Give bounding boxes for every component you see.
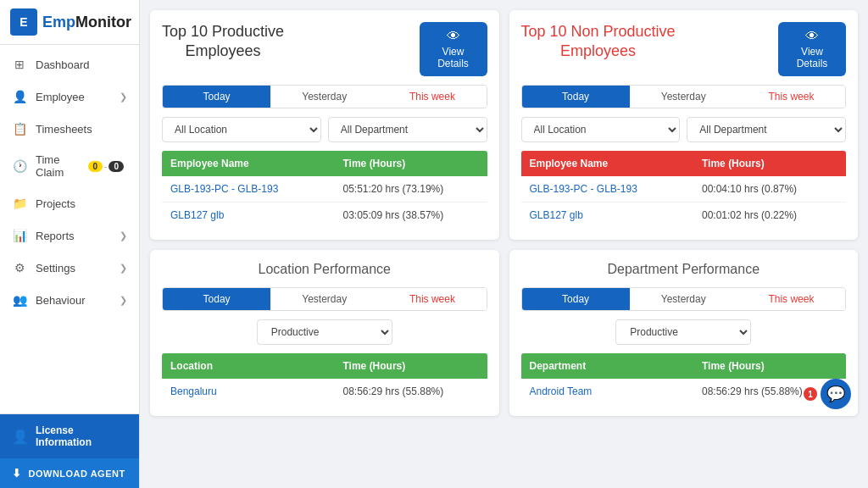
sidebar-bottom: 👤 License Information ⬇ DOWNLOAD AGENT (0, 413, 139, 488)
location-table-header: Location Time (Hours) (162, 353, 487, 379)
card-header: Top 10 Productive Employees 👁 ViewDetail… (162, 22, 487, 76)
employee-time: 00:04:10 hrs (0.87%) (702, 183, 837, 195)
table-row: GLB127 glb 03:05:09 hrs (38.57%) (162, 202, 487, 228)
top-row: Top 10 Productive Employees 👁 ViewDetail… (150, 10, 858, 240)
behaviour-icon: 👥 (12, 292, 27, 308)
tab-thisweek-location[interactable]: This week (378, 288, 486, 310)
eye-icon: 👁 (805, 29, 819, 44)
logo-icon: E (10, 8, 37, 36)
badge-yellow: 0 (88, 161, 103, 172)
download-agent-button[interactable]: ⬇ DOWNLOAD AGENT (0, 458, 139, 488)
non-productive-table-header: Employee Name Time (Hours) (521, 151, 847, 176)
chat-notification: 1 💬 (804, 379, 851, 409)
sidebar-item-reports[interactable]: 📊 Reports ❯ (0, 219, 139, 252)
projects-icon: 📁 (12, 196, 27, 211)
dashboard-icon: ⊞ (12, 57, 27, 72)
license-button[interactable]: 👤 License Information (0, 414, 139, 458)
sidebar-item-employee[interactable]: 👤 Employee ❯ (0, 80, 139, 113)
logo-text: EmpMonitor (42, 14, 131, 31)
tab-yesterday-department[interactable]: Yesterday (630, 288, 737, 310)
employee-name-link[interactable]: GLB127 glb (530, 209, 703, 221)
settings-icon: ⚙ (12, 260, 27, 275)
sidebar-item-label: Dashboard (36, 58, 127, 71)
table-row: Bengaluru 08:56:29 hrs (55.88%) (162, 379, 487, 404)
logo: E EmpMonitor (0, 0, 139, 45)
tab-thisweek-non-productive[interactable]: This week (737, 86, 845, 108)
employee-name-link[interactable]: GLB-193-PC - GLB-193 (170, 183, 343, 195)
timesheets-icon: 📋 (12, 121, 27, 136)
sidebar-item-label: Behaviour (36, 294, 120, 307)
location-performance-card: Location Performance Today Yesterday Thi… (150, 250, 499, 416)
tab-yesterday-productive[interactable]: Yesterday (270, 86, 378, 108)
productive-table-body: GLB-193-PC - GLB-193 05:51:20 hrs (73.19… (162, 176, 487, 228)
productive-filters: All Location All Department (162, 117, 487, 142)
sidebar-item-settings[interactable]: ⚙ Settings ❯ (0, 252, 139, 284)
tab-today-location[interactable]: Today (163, 288, 270, 310)
table-row: GLB-193-PC - GLB-193 05:51:20 hrs (73.19… (162, 176, 487, 202)
notification-badge: 1 (804, 387, 817, 401)
location-performance-title: Location Performance (162, 262, 487, 277)
view-details-productive-button[interactable]: 👁 ViewDetails (420, 22, 487, 76)
table-row: GLB127 glb 00:01:02 hrs (0.22%) (521, 202, 847, 228)
sidebar-item-timesheets[interactable]: 📋 Timesheets (0, 113, 139, 145)
top-non-productive-title: Top 10 Non Productive Employees (521, 22, 676, 62)
department-performance-title: Department Performance (521, 262, 847, 277)
department-performance-card: Department Performance Today Yesterday T… (509, 250, 859, 416)
productive-select-location[interactable]: Productive (257, 319, 392, 345)
sidebar-item-label: Timesheets (36, 123, 127, 136)
license-label: License Information (36, 424, 127, 448)
tab-today-productive[interactable]: Today (163, 86, 270, 108)
productive-table-header: Employee Name Time (Hours) (162, 151, 487, 176)
top-productive-title: Top 10 Productive Employees (162, 22, 284, 62)
tab-yesterday-location[interactable]: Yesterday (270, 288, 378, 310)
department-table-body: Android Team 08:56:29 hrs (55.88%) (521, 379, 847, 404)
view-details-non-productive-button[interactable]: 👁 ViewDetails (778, 22, 846, 76)
employee-icon: 👤 (12, 89, 27, 104)
sidebar-item-label: Time Claim (36, 153, 88, 179)
employee-time: 00:01:02 hrs (0.22%) (702, 209, 837, 221)
chevron-right-icon: ❯ (120, 263, 127, 274)
department-select-productive[interactable]: All Department (328, 117, 487, 142)
sidebar-item-projects[interactable]: 📁 Projects (0, 187, 139, 219)
location-select-productive[interactable]: All Location (162, 117, 321, 142)
tab-today-non-productive[interactable]: Today (522, 86, 630, 108)
top-non-productive-card: Top 10 Non Productive Employees 👁 ViewDe… (509, 10, 859, 240)
non-productive-table-body: GLB-193-PC - GLB-193 00:04:10 hrs (0.87%… (521, 176, 847, 228)
chevron-right-icon: ❯ (120, 92, 127, 103)
download-label: DOWNLOAD AGENT (29, 469, 125, 479)
sidebar-item-label: Projects (36, 197, 127, 210)
chevron-right-icon: ❯ (120, 295, 127, 306)
employee-time: 05:51:20 hrs (73.19%) (343, 183, 479, 195)
non-productive-filters: All Location All Department (521, 117, 847, 142)
tab-thisweek-department[interactable]: This week (737, 288, 845, 310)
sidebar-item-dashboard[interactable]: ⊞ Dashboard (0, 48, 139, 80)
tab-thisweek-productive[interactable]: This week (378, 86, 486, 108)
department-name: Android Team (530, 385, 703, 397)
chevron-right-icon: ❯ (120, 230, 127, 241)
badge-container: 0 - 0 (88, 161, 124, 172)
main-content: Top 10 Productive Employees 👁 ViewDetail… (140, 0, 868, 488)
location-name: Bengaluru (170, 385, 343, 397)
employee-name-link[interactable]: GLB127 glb (170, 209, 343, 221)
sidebar-item-timeclaim[interactable]: 🕐 Time Claim 0 - 0 (0, 145, 139, 187)
chat-button[interactable]: 💬 (821, 379, 851, 409)
bottom-row: Location Performance Today Yesterday Thi… (150, 250, 858, 416)
productive-select-department[interactable]: Productive (615, 319, 751, 345)
non-productive-tabs: Today Yesterday This week (521, 85, 847, 108)
table-row: Android Team 08:56:29 hrs (55.88%) (521, 379, 847, 404)
tab-yesterday-non-productive[interactable]: Yesterday (630, 86, 737, 108)
sidebar-nav: ⊞ Dashboard 👤 Employee ❯ 📋 Timesheets 🕐 … (0, 45, 139, 413)
table-row: GLB-193-PC - GLB-193 00:04:10 hrs (0.87%… (521, 176, 847, 202)
top-productive-card: Top 10 Productive Employees 👁 ViewDetail… (150, 10, 499, 240)
employee-name-link[interactable]: GLB-193-PC - GLB-193 (530, 183, 703, 195)
location-productive-filter: Productive (162, 319, 487, 345)
department-select-non-productive[interactable]: All Department (687, 117, 846, 142)
department-productive-filter: Productive (521, 319, 847, 345)
sidebar-item-behaviour[interactable]: 👥 Behaviour ❯ (0, 284, 139, 316)
sidebar-item-label: Settings (36, 262, 120, 274)
productive-tabs: Today Yesterday This week (162, 85, 487, 108)
location-table-body: Bengaluru 08:56:29 hrs (55.88%) (162, 379, 487, 404)
tab-today-department[interactable]: Today (522, 288, 630, 310)
location-select-non-productive[interactable]: All Location (521, 117, 681, 142)
department-tabs: Today Yesterday This week (521, 287, 847, 311)
